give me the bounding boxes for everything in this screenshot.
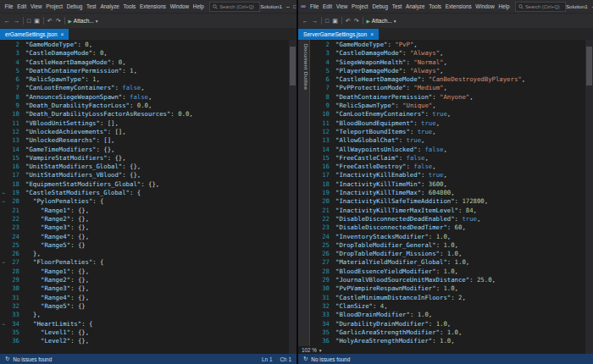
code-line[interactable]: 28"BloodEssenceYieldModifier": 1.0, — [310, 267, 585, 276]
document-outline-tab[interactable]: Document Outline — [298, 40, 310, 354]
code-line[interactable]: 12"UnlockedAchievements": [], — [0, 128, 289, 136]
menu-item-extensions[interactable]: Extensions — [443, 3, 474, 9]
code-line[interactable]: 13"AllowGlobalChat": true, — [310, 136, 585, 145]
zoom-control[interactable]: 102 % ▾ — [298, 346, 325, 354]
code-line[interactable]: 30"Range3": {}, — [0, 284, 289, 293]
code-line[interactable]: 23"Range3": {}, — [0, 223, 289, 232]
menu-item-tools[interactable]: Tools — [427, 3, 443, 9]
code-line[interactable]: 11"VBloodUnitSettings": [], — [0, 119, 289, 128]
code-line[interactable]: 13"UnlockedResearchs": [], — [0, 136, 289, 145]
code-line[interactable]: 11"BloodBoundEquipment": true, — [310, 119, 585, 128]
fold-collapse-icon[interactable]: − — [0, 197, 7, 206]
code-line[interactable]: 16"FreeCastleDestroy": false, — [310, 163, 585, 171]
fold-collapse-icon[interactable]: − — [0, 258, 7, 267]
menu-item-project[interactable]: Project — [350, 3, 370, 9]
menu-item-edit[interactable]: Edit — [321, 3, 335, 9]
code-line[interactable]: 23"DisableDisconnectedDeadTimer": 60, — [310, 223, 585, 232]
code-line[interactable]: 29"Range2": {}, — [0, 276, 289, 284]
code-editor[interactable]: 2"GameModeType": "PvP",3"CastleDamageMod… — [310, 40, 585, 354]
code-line[interactable]: 36"Level2": {}, — [0, 337, 289, 345]
nav-back-icon[interactable]: ← — [4, 18, 10, 24]
code-line[interactable]: 7"PvPProtectionMode": "Medium", — [310, 84, 585, 92]
nav-forward-icon[interactable]: → — [14, 18, 19, 24]
code-line[interactable]: 10"Death_DurabilityLossFactorAsResources… — [0, 110, 289, 119]
code-line[interactable]: 17"InactivityKillEnabled": true, — [310, 171, 585, 179]
code-line[interactable]: 6"CastleHeartDamageMode": "CanBeDestroye… — [310, 75, 585, 84]
code-line[interactable]: 21"InactivityKillTimerMaxItemLevel": 84, — [310, 207, 585, 215]
code-line[interactable]: 32"ClanSize": 4, — [310, 302, 585, 311]
menu-item-test[interactable]: Test — [390, 3, 403, 9]
menu-item-project[interactable]: Project — [44, 3, 64, 9]
new-file-icon[interactable]: □ — [325, 18, 329, 24]
tab-servergamesettings[interactable]: ServerGameSettings.json × — [298, 29, 379, 40]
code-line[interactable]: 3"CastleDamageMode": "Always", — [310, 49, 585, 58]
menu-item-debug[interactable]: Debug — [64, 3, 84, 9]
code-line[interactable]: 19"InactivityKillTimeMax": 604800, — [310, 189, 585, 197]
nav-forward-icon[interactable]: → — [312, 18, 318, 24]
menu-item-view[interactable]: View — [29, 3, 44, 9]
attach-button[interactable]: ▶ Attach... ▾ — [69, 18, 98, 24]
menu-item-file[interactable]: File — [3, 3, 15, 9]
redo-icon[interactable]: ↷ — [354, 18, 359, 25]
code-line[interactable]: 34"DurabilityDrainModifier": 1.0, — [310, 320, 585, 328]
code-editor[interactable]: 2"GameModeType": 0,3"CastleDamageMode": … — [0, 40, 289, 354]
code-line[interactable]: 33"BloodDrainModifier": 1.0, — [310, 311, 585, 319]
code-line[interactable]: 8"AnnounceSiegeWeaponSpawn": false, — [0, 93, 289, 102]
code-line[interactable]: 9"Death_DurabilityFactorLoss": 0.0, — [0, 102, 289, 110]
code-line[interactable]: 16"UnitStatModifiers_Global": {}, — [0, 163, 289, 171]
code-line[interactable]: 24"InventoryStacksModifier": 1.0, — [310, 233, 585, 241]
attach-button[interactable]: ▶ Attach... ▾ — [367, 18, 396, 24]
search-box[interactable]: Search (Ctrl+Q) — [515, 2, 566, 12]
code-line[interactable]: 36"HolyAreaStrengthModifier": 1.0, — [310, 337, 585, 345]
code-line[interactable]: 31"Range4": {}, — [0, 294, 289, 302]
code-line[interactable]: 18"EquipmentStatModifiers_Global": {}, — [0, 180, 289, 189]
code-line[interactable]: 22"DisableDisconnectedDeadEnabled": true… — [310, 215, 585, 223]
tab-servergamesettings[interactable]: erGameSettings.json × — [0, 29, 69, 40]
code-line[interactable]: 22"Range2": {}, — [0, 215, 289, 223]
code-line[interactable]: 17"UnitStatModifiers_VBlood": {}, — [0, 171, 289, 179]
menu-item-analyze[interactable]: Analyze — [98, 3, 121, 9]
code-line[interactable]: 29"JournalVBloodSourceUnitMaxDistance": … — [310, 276, 585, 284]
code-line[interactable]: 3"CastleDamageMode": 0, — [0, 49, 289, 58]
code-line[interactable]: 2"GameModeType": "PvP", — [310, 41, 585, 49]
code-line[interactable]: 7"CanLootEnemyContainers": false, — [0, 84, 289, 92]
code-line[interactable]: −20"PylonPenalties": { — [0, 197, 289, 206]
fold-collapse-icon[interactable]: − — [0, 320, 7, 328]
scrollbar[interactable] — [585, 40, 593, 354]
code-line[interactable]: 28"Range1": {}, — [0, 267, 289, 276]
code-line[interactable]: 5"DeathContainerPermission": 1, — [0, 67, 289, 75]
code-line[interactable]: 35"Level1": {}, — [0, 328, 289, 337]
code-line[interactable]: 26}, — [0, 250, 289, 258]
menu-item-help[interactable]: Help — [191, 3, 206, 9]
code-line[interactable]: 10"CanLootEnemyContainers": true, — [310, 110, 585, 119]
code-line[interactable]: 4"CastleHeartDamageMode": 0, — [0, 58, 289, 67]
code-line[interactable]: 31"CastleMinimumDistanceInFloors": 2, — [310, 294, 585, 302]
scrollbar[interactable] — [289, 40, 296, 354]
menu-item-debug[interactable]: Debug — [370, 3, 390, 9]
code-line[interactable]: 5"PlayerDamageMode": "Always", — [310, 67, 585, 75]
code-line[interactable]: 33}, — [0, 311, 289, 319]
nav-back-icon[interactable]: ← — [302, 18, 308, 24]
code-line[interactable]: 15"VampireStatModifiers": {}, — [0, 154, 289, 163]
minimize-button[interactable]: – — [286, 3, 290, 9]
code-line[interactable]: −19"CastleStatModifiers_Global": { — [0, 189, 289, 197]
code-line[interactable]: 25"Range5": {} — [0, 241, 289, 250]
menu-item-tools[interactable]: Tools — [121, 3, 137, 9]
code-line[interactable]: 30"PvPVampireRespawnModifier": 1.0, — [310, 284, 585, 293]
tab-close-icon[interactable]: × — [61, 31, 64, 37]
code-line[interactable]: −34"HeartLimits": { — [0, 320, 289, 328]
undo-icon[interactable]: ↶ — [47, 18, 53, 25]
menu-item-analyze[interactable]: Analyze — [404, 3, 427, 9]
save-icon[interactable]: ▣ — [332, 18, 338, 25]
code-line[interactable]: −27"FloorPenalties": { — [0, 258, 289, 267]
scrollbar-thumb[interactable] — [586, 47, 592, 85]
code-line[interactable]: 8"DeathContainerPermission": "Anyone", — [310, 93, 585, 102]
fold-collapse-icon[interactable]: − — [0, 189, 7, 197]
code-line[interactable]: 12"TeleportBoundItems": true, — [310, 128, 585, 136]
code-line[interactable]: 20"InactivityKillSafeTimeAddition": 1728… — [310, 197, 585, 206]
code-line[interactable]: 35"GarlicAreaStrengthModifier": 1.0, — [310, 328, 585, 337]
save-icon[interactable]: ▣ — [34, 18, 40, 25]
code-line[interactable]: 2"GameModeType": 0, — [0, 41, 289, 49]
redo-icon[interactable]: ↷ — [56, 18, 61, 25]
undo-icon[interactable]: ↶ — [346, 18, 351, 25]
